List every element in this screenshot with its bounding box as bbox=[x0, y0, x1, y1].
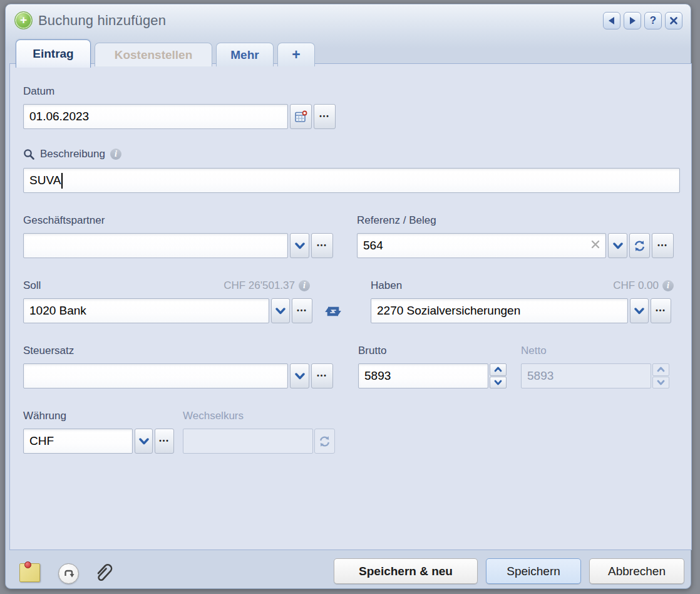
chevron-down-icon bbox=[295, 242, 305, 249]
help-icon: ? bbox=[650, 14, 656, 27]
save-label: Speichern bbox=[507, 565, 560, 578]
sticky-note-icon bbox=[24, 561, 31, 568]
add-booking-dialog: + Buchung hinzufügen ? Eintrag Kostenste… bbox=[5, 4, 691, 589]
tab-add-label: + bbox=[292, 46, 300, 63]
date-label: Datum bbox=[23, 85, 54, 98]
ellipsis-icon: ••• bbox=[657, 242, 668, 249]
description-input[interactable]: SUVA bbox=[23, 168, 680, 193]
tax-rate-input[interactable] bbox=[23, 363, 288, 388]
close-icon bbox=[669, 16, 678, 25]
credit-more-button[interactable]: ••• bbox=[651, 298, 671, 323]
net-spinner-down bbox=[652, 377, 669, 389]
ellipsis-icon: ••• bbox=[656, 308, 666, 314]
arrow-left-icon bbox=[608, 16, 615, 25]
spinner-up-icon bbox=[494, 367, 502, 372]
tab-add[interactable]: + bbox=[277, 43, 315, 66]
next-record-button[interactable] bbox=[624, 12, 641, 29]
entry-tab-panel: Datum ••• Besc bbox=[9, 63, 692, 550]
reference-field-group: ••• bbox=[357, 233, 674, 258]
spinner-down-icon bbox=[494, 380, 502, 385]
debit-label: Soll bbox=[23, 279, 41, 292]
swap-accounts-button[interactable] bbox=[323, 303, 343, 320]
gross-field-group bbox=[358, 363, 507, 388]
reference-input-wrap bbox=[357, 233, 606, 258]
description-label-row: Beschreibung i bbox=[23, 148, 121, 160]
date-picker-button[interactable] bbox=[290, 104, 312, 129]
tab-mehr[interactable]: Mehr bbox=[216, 43, 274, 66]
credit-dropdown-button[interactable] bbox=[630, 298, 649, 323]
credit-balance-value: CHF 0.00 bbox=[613, 279, 659, 292]
cancel-button[interactable]: Abbrechen bbox=[589, 558, 684, 584]
search-icon bbox=[23, 148, 35, 160]
clear-x-icon[interactable] bbox=[590, 239, 600, 249]
close-button[interactable] bbox=[665, 12, 682, 29]
partner-label: Geschäftspartner bbox=[23, 214, 105, 227]
description-value: SUVA bbox=[29, 174, 61, 187]
dialog-titlebar: + Buchung hinzufügen ? bbox=[6, 4, 691, 37]
ellipsis-icon: ••• bbox=[297, 308, 307, 314]
refresh-icon bbox=[319, 435, 331, 447]
save-and-new-label: Speichern & neu bbox=[359, 565, 453, 578]
save-and-new-button[interactable]: Speichern & neu bbox=[334, 558, 478, 584]
gross-input[interactable] bbox=[358, 363, 488, 388]
currency-field-group: ••• bbox=[23, 429, 174, 454]
help-button[interactable]: ? bbox=[644, 12, 662, 29]
debit-more-button[interactable]: ••• bbox=[292, 298, 312, 323]
chevron-down-icon bbox=[139, 438, 149, 445]
tax-rate-more-button[interactable]: ••• bbox=[311, 363, 333, 388]
reference-more-button[interactable]: ••• bbox=[652, 233, 674, 258]
info-icon: i bbox=[662, 280, 674, 291]
net-field-group bbox=[521, 363, 669, 388]
cancel-label: Abbrechen bbox=[608, 565, 666, 578]
credit-field-group: ••• bbox=[371, 298, 671, 323]
credit-account-input[interactable] bbox=[371, 298, 628, 323]
net-input bbox=[521, 363, 651, 388]
description-label: Beschreibung bbox=[40, 148, 105, 160]
tab-bar: Eintrag Kostenstellen Mehr + bbox=[16, 39, 315, 66]
credit-balance: CHF 0.00 i bbox=[613, 279, 674, 292]
spinner-up-icon bbox=[657, 367, 665, 372]
exchange-rate-refresh-button bbox=[314, 429, 335, 454]
debit-field-group: ••• bbox=[23, 298, 312, 323]
date-input[interactable] bbox=[23, 104, 288, 129]
currency-dropdown-button[interactable] bbox=[135, 429, 153, 454]
debit-dropdown-button[interactable] bbox=[271, 298, 290, 323]
ellipsis-icon: ••• bbox=[317, 242, 327, 249]
currency-input[interactable] bbox=[23, 429, 133, 454]
currency-more-button[interactable]: ••• bbox=[155, 429, 174, 454]
net-spinner-up bbox=[652, 363, 669, 376]
ellipsis-icon: ••• bbox=[319, 113, 330, 120]
partner-dropdown-button[interactable] bbox=[290, 233, 309, 258]
attach-file-button[interactable] bbox=[93, 561, 115, 585]
tab-eintrag[interactable]: Eintrag bbox=[16, 39, 91, 68]
partner-input[interactable] bbox=[23, 233, 288, 258]
text-cursor bbox=[61, 173, 63, 189]
reference-refresh-button[interactable] bbox=[629, 233, 650, 258]
gross-spinner-down[interactable] bbox=[490, 377, 507, 389]
recurring-booking-button[interactable] bbox=[58, 563, 79, 584]
debit-label-row: Soll CHF 26'501.37 i bbox=[23, 279, 310, 292]
tax-rate-dropdown-button[interactable] bbox=[290, 363, 309, 388]
gross-spinner-up[interactable] bbox=[490, 363, 507, 376]
ellipsis-icon: ••• bbox=[317, 373, 327, 379]
date-more-button[interactable]: ••• bbox=[314, 104, 336, 129]
date-field-group: ••• bbox=[23, 104, 336, 129]
plus-circle-icon: + bbox=[14, 11, 33, 29]
prev-record-button[interactable] bbox=[603, 12, 620, 29]
net-spinner bbox=[652, 363, 669, 388]
save-button[interactable]: Speichern bbox=[486, 558, 581, 584]
reference-input[interactable] bbox=[357, 233, 606, 258]
refresh-icon bbox=[634, 240, 646, 252]
arrow-right-icon bbox=[629, 16, 636, 25]
chevron-down-icon bbox=[634, 308, 644, 315]
partner-more-button[interactable]: ••• bbox=[311, 233, 333, 258]
info-icon: i bbox=[110, 148, 121, 160]
debit-balance-value: CHF 26'501.37 bbox=[224, 279, 295, 292]
chevron-down-icon bbox=[613, 242, 623, 249]
reference-dropdown-button[interactable] bbox=[608, 233, 627, 258]
add-note-button[interactable] bbox=[19, 563, 40, 582]
net-label: Netto bbox=[521, 345, 547, 357]
debit-balance: CHF 26'501.37 i bbox=[224, 279, 310, 292]
paperclip-icon bbox=[93, 561, 115, 585]
debit-account-input[interactable] bbox=[23, 298, 269, 323]
